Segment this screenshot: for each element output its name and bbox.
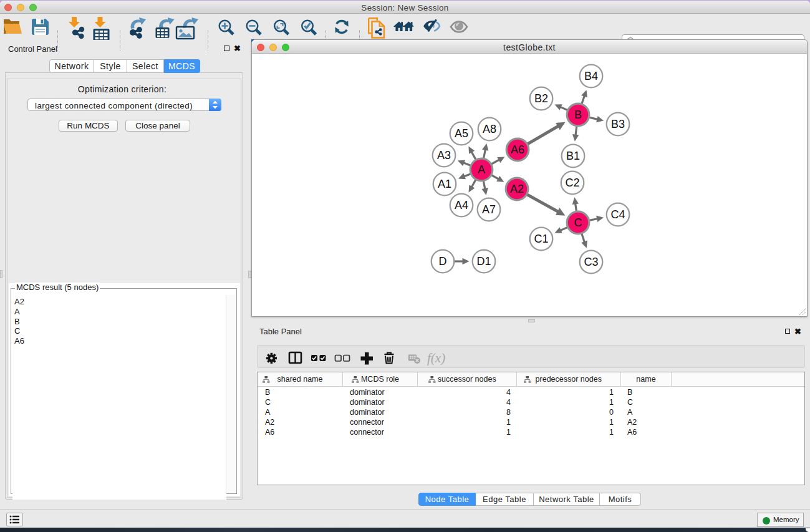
svg-text:A1: A1 <box>438 178 451 190</box>
svg-text:C1: C1 <box>534 233 548 245</box>
svg-text:D: D <box>439 255 447 268</box>
svg-text:B4: B4 <box>584 70 598 82</box>
svg-text:B2: B2 <box>534 92 548 105</box>
svg-text:f(x): f(x) <box>427 351 445 365</box>
svg-text:D1: D1 <box>476 255 491 268</box>
svg-text:A8: A8 <box>483 123 496 135</box>
svg-text:A4: A4 <box>455 199 468 211</box>
svg-text:C4: C4 <box>610 208 625 221</box>
svg-text:B1: B1 <box>566 150 580 162</box>
svg-text:C3: C3 <box>584 256 598 268</box>
svg-text:C2: C2 <box>565 177 579 189</box>
svg-text:A2: A2 <box>510 183 524 195</box>
svg-text:B: B <box>574 109 582 121</box>
svg-text:A: A <box>478 163 485 176</box>
svg-text:B3: B3 <box>611 118 625 130</box>
svg-text:A5: A5 <box>455 127 468 140</box>
svg-text:A7: A7 <box>482 203 496 216</box>
svg-text:C: C <box>574 216 582 229</box>
svg-text:A3: A3 <box>437 149 451 162</box>
svg-text:A6: A6 <box>511 143 524 156</box>
